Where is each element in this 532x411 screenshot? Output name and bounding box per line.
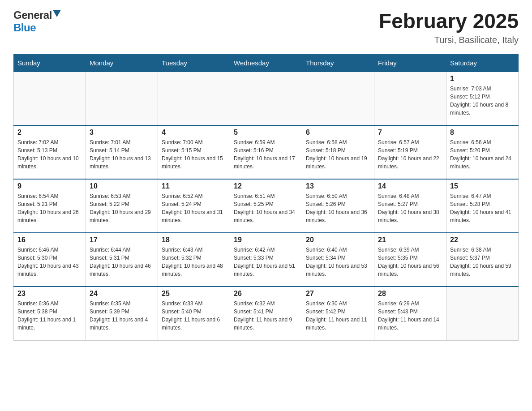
day-info: Sunrise: 7:02 AMSunset: 5:13 PMDaylight:… xyxy=(17,138,82,171)
calendar-cell: 18Sunrise: 6:43 AMSunset: 5:32 PMDayligh… xyxy=(158,233,230,287)
day-info: Sunrise: 6:43 AMSunset: 5:32 PMDaylight:… xyxy=(162,246,226,278)
calendar-cell: 12Sunrise: 6:51 AMSunset: 5:25 PMDayligh… xyxy=(230,179,302,233)
day-number: 7 xyxy=(378,128,442,137)
calendar-cell: 24Sunrise: 6:35 AMSunset: 5:39 PMDayligh… xyxy=(86,287,158,340)
calendar-body: 1Sunrise: 7:03 AMSunset: 5:12 PMDaylight… xyxy=(14,72,519,340)
day-info: Sunrise: 6:35 AMSunset: 5:39 PMDaylight:… xyxy=(90,300,154,332)
calendar-cell xyxy=(14,72,86,125)
day-info: Sunrise: 6:33 AMSunset: 5:40 PMDaylight:… xyxy=(162,300,226,332)
page-header: General Blue February 2025 Tursi, Basili… xyxy=(13,9,519,45)
calendar-cell: 6Sunrise: 6:58 AMSunset: 5:18 PMDaylight… xyxy=(302,125,374,179)
calendar-week-row: 2Sunrise: 7:02 AMSunset: 5:13 PMDaylight… xyxy=(14,125,519,179)
day-info: Sunrise: 6:40 AMSunset: 5:34 PMDaylight:… xyxy=(306,246,370,278)
calendar-cell: 13Sunrise: 6:50 AMSunset: 5:26 PMDayligh… xyxy=(302,179,374,233)
calendar-cell xyxy=(230,72,302,125)
calendar-cell: 28Sunrise: 6:29 AMSunset: 5:43 PMDayligh… xyxy=(374,287,446,340)
title-block: February 2025 Tursi, Basilicate, Italy xyxy=(379,9,519,45)
day-number: 12 xyxy=(234,182,298,190)
calendar-cell: 19Sunrise: 6:42 AMSunset: 5:33 PMDayligh… xyxy=(230,233,302,287)
day-number: 21 xyxy=(378,236,442,244)
day-number: 19 xyxy=(234,236,298,244)
day-number: 9 xyxy=(17,182,82,190)
header-thursday: Thursday xyxy=(302,55,374,72)
day-number: 10 xyxy=(90,182,154,190)
day-number: 6 xyxy=(306,128,370,137)
day-number: 2 xyxy=(17,128,82,137)
day-info: Sunrise: 6:47 AMSunset: 5:28 PMDaylight:… xyxy=(450,192,515,224)
calendar-cell xyxy=(302,72,374,125)
logo: General Blue xyxy=(13,9,61,34)
day-info: Sunrise: 6:53 AMSunset: 5:22 PMDaylight:… xyxy=(90,192,154,224)
calendar-cell: 27Sunrise: 6:30 AMSunset: 5:42 PMDayligh… xyxy=(302,287,374,340)
calendar-cell: 26Sunrise: 6:32 AMSunset: 5:41 PMDayligh… xyxy=(230,287,302,340)
day-info: Sunrise: 6:29 AMSunset: 5:43 PMDaylight:… xyxy=(378,300,442,332)
calendar-cell: 23Sunrise: 6:36 AMSunset: 5:38 PMDayligh… xyxy=(14,287,86,340)
day-number: 23 xyxy=(17,290,82,298)
calendar-cell: 2Sunrise: 7:02 AMSunset: 5:13 PMDaylight… xyxy=(14,125,86,179)
day-number: 18 xyxy=(162,236,226,244)
day-info: Sunrise: 6:46 AMSunset: 5:30 PMDaylight:… xyxy=(17,246,82,278)
calendar-cell: 14Sunrise: 6:48 AMSunset: 5:27 PMDayligh… xyxy=(374,179,446,233)
day-info: Sunrise: 6:52 AMSunset: 5:24 PMDaylight:… xyxy=(162,192,226,224)
calendar-cell: 10Sunrise: 6:53 AMSunset: 5:22 PMDayligh… xyxy=(86,179,158,233)
day-number: 13 xyxy=(306,182,370,190)
header-sunday: Sunday xyxy=(14,55,86,72)
calendar-cell: 4Sunrise: 7:00 AMSunset: 5:15 PMDaylight… xyxy=(158,125,230,179)
calendar-cell: 17Sunrise: 6:44 AMSunset: 5:31 PMDayligh… xyxy=(86,233,158,287)
calendar-cell: 7Sunrise: 6:57 AMSunset: 5:19 PMDaylight… xyxy=(374,125,446,179)
day-number: 17 xyxy=(90,236,154,244)
calendar-cell: 21Sunrise: 6:39 AMSunset: 5:35 PMDayligh… xyxy=(374,233,446,287)
calendar-cell xyxy=(374,72,446,125)
day-info: Sunrise: 6:51 AMSunset: 5:25 PMDaylight:… xyxy=(234,192,298,224)
day-info: Sunrise: 6:56 AMSunset: 5:20 PMDaylight:… xyxy=(450,138,515,171)
day-number: 14 xyxy=(378,182,442,190)
calendar-week-row: 1Sunrise: 7:03 AMSunset: 5:12 PMDaylight… xyxy=(14,72,519,125)
day-info: Sunrise: 7:03 AMSunset: 5:12 PMDaylight:… xyxy=(450,85,515,117)
weekday-header-row: Sunday Monday Tuesday Wednesday Thursday… xyxy=(14,55,519,72)
day-number: 26 xyxy=(234,290,298,298)
calendar-cell: 5Sunrise: 6:59 AMSunset: 5:16 PMDaylight… xyxy=(230,125,302,179)
calendar-cell xyxy=(158,72,230,125)
day-number: 1 xyxy=(450,75,515,83)
calendar-cell: 11Sunrise: 6:52 AMSunset: 5:24 PMDayligh… xyxy=(158,179,230,233)
calendar-cell: 1Sunrise: 7:03 AMSunset: 5:12 PMDaylight… xyxy=(446,72,519,125)
header-wednesday: Wednesday xyxy=(230,55,302,72)
day-number: 4 xyxy=(162,128,226,137)
day-info: Sunrise: 6:48 AMSunset: 5:27 PMDaylight:… xyxy=(378,192,442,224)
page-subtitle: Tursi, Basilicate, Italy xyxy=(379,35,519,45)
day-number: 25 xyxy=(162,290,226,298)
svg-marker-0 xyxy=(53,10,61,17)
calendar-header: Sunday Monday Tuesday Wednesday Thursday… xyxy=(14,55,519,72)
calendar-cell: 8Sunrise: 6:56 AMSunset: 5:20 PMDaylight… xyxy=(446,125,519,179)
day-info: Sunrise: 6:54 AMSunset: 5:21 PMDaylight:… xyxy=(17,192,82,224)
calendar-cell: 9Sunrise: 6:54 AMSunset: 5:21 PMDaylight… xyxy=(14,179,86,233)
day-number: 22 xyxy=(450,236,515,244)
day-info: Sunrise: 6:44 AMSunset: 5:31 PMDaylight:… xyxy=(90,246,154,278)
calendar-cell: 25Sunrise: 6:33 AMSunset: 5:40 PMDayligh… xyxy=(158,287,230,340)
page-title: February 2025 xyxy=(379,9,519,33)
day-info: Sunrise: 7:00 AMSunset: 5:15 PMDaylight:… xyxy=(162,138,226,171)
day-info: Sunrise: 7:01 AMSunset: 5:14 PMDaylight:… xyxy=(90,138,154,171)
day-info: Sunrise: 6:58 AMSunset: 5:18 PMDaylight:… xyxy=(306,138,370,171)
calendar-week-row: 16Sunrise: 6:46 AMSunset: 5:30 PMDayligh… xyxy=(14,233,519,287)
logo-arrow-icon xyxy=(53,10,61,19)
calendar-cell xyxy=(446,287,519,340)
day-info: Sunrise: 6:30 AMSunset: 5:42 PMDaylight:… xyxy=(306,300,370,332)
day-number: 5 xyxy=(234,128,298,137)
day-info: Sunrise: 6:57 AMSunset: 5:19 PMDaylight:… xyxy=(378,138,442,171)
day-info: Sunrise: 6:50 AMSunset: 5:26 PMDaylight:… xyxy=(306,192,370,224)
day-number: 11 xyxy=(162,182,226,190)
day-info: Sunrise: 6:36 AMSunset: 5:38 PMDaylight:… xyxy=(17,300,82,332)
day-number: 27 xyxy=(306,290,370,298)
day-number: 15 xyxy=(450,182,515,190)
header-monday: Monday xyxy=(86,55,158,72)
header-tuesday: Tuesday xyxy=(158,55,230,72)
day-number: 20 xyxy=(306,236,370,244)
day-info: Sunrise: 6:38 AMSunset: 5:37 PMDaylight:… xyxy=(450,246,515,278)
calendar-cell: 22Sunrise: 6:38 AMSunset: 5:37 PMDayligh… xyxy=(446,233,519,287)
calendar-cell: 3Sunrise: 7:01 AMSunset: 5:14 PMDaylight… xyxy=(86,125,158,179)
header-friday: Friday xyxy=(374,55,446,72)
day-number: 3 xyxy=(90,128,154,137)
logo-general-text: General xyxy=(13,9,52,21)
day-number: 16 xyxy=(17,236,82,244)
